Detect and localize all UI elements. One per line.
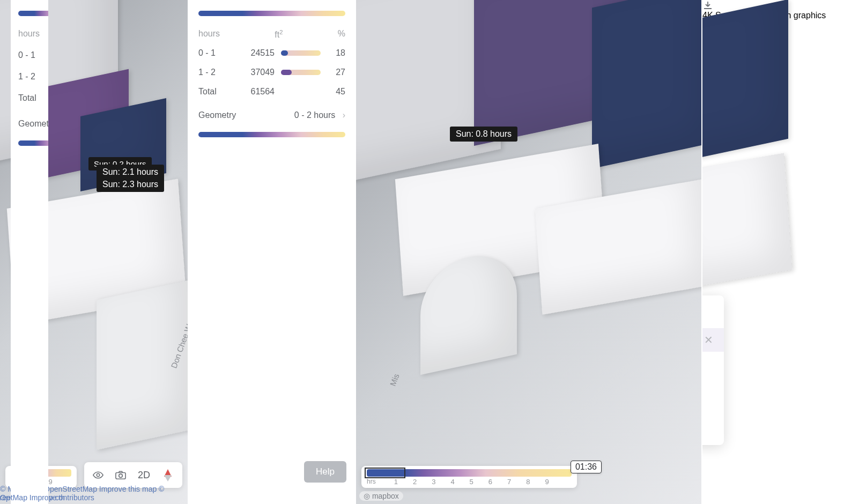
geometry-range: 0 - 2 hours [294,110,335,120]
attr-improve[interactable]: Improve this map [99,485,157,493]
col-ft: ft2 [275,29,283,40]
row-ft: 24515 [237,48,275,58]
tick: 4 [450,478,454,486]
screen-capture-4k[interactable]: 4K Screen capture [701,411,724,434]
tick: 2 [413,478,417,486]
eye-icon[interactable] [93,470,103,480]
gradient-scale-partial [18,11,48,16]
total-label: Total [18,93,48,103]
row-pct: 18 [327,48,345,58]
total-label: Total [198,87,231,97]
tick: 8 [526,478,530,486]
stats-panel-partial: hours 0 - 1 1 - 2 Total Geometry [11,0,48,504]
tick: 5 [470,478,473,486]
row-hours: 1 - 2 [198,68,231,77]
attr-osm[interactable]: © OpenStreetMap [0,493,27,502]
stats-total: Total 61564 45 [198,87,345,97]
close-icon[interactable]: ✕ [704,333,713,346]
stats-row: 0 - 1 24515 18 [198,48,345,58]
download-icon [702,0,713,11]
camera-top-view[interactable]: Top view ✕ [701,328,724,352]
viewport-far-right[interactable]: Sun: 0.2 hours Sun: 2.2 hours Sun: 2.5 h… [701,0,844,504]
row-hours: 0 - 1 [18,50,48,60]
geometry-label: Geometry [18,119,48,129]
col-hours: hours [18,29,48,39]
sun-tooltip: Sun: 0.8 hours [450,127,517,142]
row-ft: 37049 [237,68,275,77]
total-pct: 45 [327,87,345,97]
col-pct: % [338,29,345,40]
row-hours: 1 - 2 [18,72,48,81]
camera-angle-1[interactable]: Angle 1 [701,352,724,375]
hours-scale-right[interactable]: hrs 1 2 3 4 5 6 7 8 9 01:36 [361,466,577,488]
sun-tooltip: Sun: 2.3 hours [97,177,164,192]
row-hours: 0 - 1 [198,48,231,58]
gradient-scale-bottom [198,132,345,137]
range-handle[interactable] [365,468,405,478]
chevron-right-icon: › [338,110,345,120]
tick: 3 [432,478,435,486]
tick: 6 [488,478,492,486]
svg-point-2 [119,474,123,478]
tick: 9 [545,478,549,486]
save-camera-position[interactable]: Save camera position [701,375,724,399]
hrs-label: hrs [367,478,376,486]
camera-icon[interactable] [115,470,126,480]
svg-point-0 [97,473,99,476]
mapbox-logo[interactable]: ◎ mapbox [359,491,403,501]
help-button[interactable]: Help [304,461,346,483]
col-hours: hours [198,29,220,40]
tick: 7 [507,478,511,486]
stats-row: 1 - 2 37049 27 [198,68,345,77]
row-pct: 27 [327,68,345,77]
geometry-row[interactable]: Geometry 0 - 2 hours › [198,110,345,120]
compass-icon[interactable] [162,469,174,481]
stats-panel: hours ft2 % 0 - 1 24515 18 1 - 2 37049 2… [188,0,356,504]
total-ft: 61564 [237,87,275,97]
viewport-right[interactable]: Mis Sun: 0.8 hours ◎ mapbox hrs 1 2 3 4 … [356,0,701,504]
gradient-scale-top [198,11,345,16]
mode-2d-toggle[interactable]: 2D [138,470,150,481]
camera-position-popover: Camera position Top view ✕ Angle 1 [701,295,724,445]
view-tools-left: 2D [84,462,182,488]
geometry-label: Geometry [198,110,236,120]
stats-headers: hours ft2 % [198,29,345,40]
row-bar [281,70,321,75]
street-label-partial: Mis [388,373,401,388]
popover-title: Camera position [701,307,724,328]
svg-rect-1 [116,472,125,479]
time-chip: 01:36 [571,461,602,473]
row-bar [281,50,321,56]
attr-improve[interactable]: Improve th [29,493,65,502]
bottombar-far: 2D [0,462,32,488]
map-attribution: © Mapbox © OpenStreetMap Improve th [0,493,65,502]
tick: 1 [394,478,398,486]
gradient-scale-partial [18,140,48,146]
bottombar-right: hrs 1 2 3 4 5 6 7 8 9 01:36 [356,466,701,488]
